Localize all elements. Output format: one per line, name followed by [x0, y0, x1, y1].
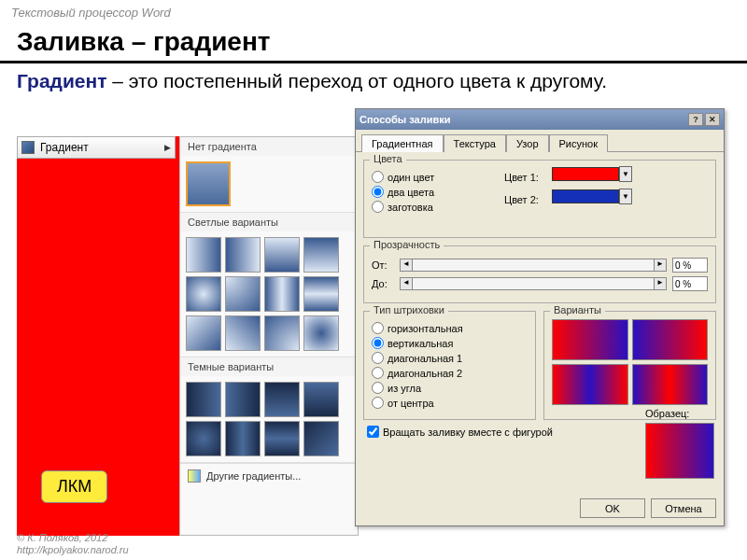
gradient-tile[interactable]	[186, 315, 221, 351]
gradient-tile[interactable]	[264, 315, 300, 351]
variant-tile[interactable]	[632, 364, 709, 405]
sample-label: Образец:	[645, 408, 714, 419]
from-label: От:	[372, 259, 394, 271]
radio-vertical[interactable]: вертикальная	[372, 337, 528, 349]
gallery-section-dark: Темные варианты	[180, 357, 358, 376]
to-slider[interactable]: ◄►	[400, 277, 667, 290]
gradient-icon	[188, 469, 201, 483]
cancel-button[interactable]: Отмена	[651, 498, 716, 518]
sample-preview	[645, 423, 714, 479]
radio-corner[interactable]: из угла	[372, 382, 528, 394]
chevron-down-icon: ▼	[619, 166, 632, 182]
color1-label: Цвет 1:	[504, 172, 549, 183]
gradient-tile[interactable]	[303, 315, 339, 351]
from-value[interactable]: 0 %	[672, 258, 708, 273]
colors-group-label: Цвета	[370, 153, 406, 164]
radio-diag1[interactable]: диагональная 1	[372, 352, 528, 364]
gradient-tile[interactable]	[303, 237, 339, 273]
gradient-menu-label: Градиент	[40, 141, 89, 154]
transparency-group: Прозрачность От: ◄► 0 % До: ◄► 0 %	[363, 245, 716, 303]
radio-horizontal[interactable]: горизонтальная	[372, 322, 528, 334]
gallery-section-light: Светлые варианты	[180, 213, 358, 231]
chevron-right-icon: ▶	[164, 143, 171, 152]
to-label: До:	[372, 278, 394, 289]
hatch-group: Тип штриховки горизонтальная вертикальна…	[363, 311, 536, 420]
help-icon[interactable]: ?	[688, 113, 703, 126]
gallery-section-no-gradient: Нет градиента	[180, 137, 358, 156]
gradient-tile[interactable]	[264, 276, 300, 312]
transparency-group-label: Прозрачность	[370, 239, 444, 250]
tab-texture[interactable]: Текстура	[444, 134, 506, 152]
gradient-tile[interactable]	[303, 276, 339, 312]
to-value[interactable]: 0 %	[672, 276, 708, 291]
chevron-down-icon: ▼	[619, 189, 632, 204]
color2-select[interactable]: ▼	[552, 189, 632, 204]
gradient-menu-item[interactable]: Градиент ▶	[17, 136, 176, 159]
gradient-tile[interactable]	[225, 382, 261, 417]
gradient-tile[interactable]	[186, 382, 221, 417]
hatch-group-label: Тип штриховки	[370, 304, 448, 315]
gradient-icon	[21, 141, 35, 154]
page-title: Заливка – градиент	[0, 25, 747, 63]
gradient-gallery: Нет градиента Светлые варианты Темные ва…	[179, 136, 359, 536]
radio-center[interactable]: от центра	[372, 397, 528, 409]
gradient-tile[interactable]	[264, 421, 300, 456]
variants-group: Варианты	[543, 311, 716, 420]
gradient-tile[interactable]	[186, 421, 221, 456]
copyright: © К. Поляков, 2012 http://kpolyakov.naro…	[17, 532, 129, 556]
color2-label: Цвет 2:	[504, 194, 549, 205]
dialog-title: Способы заливки	[359, 114, 450, 125]
sample-block: Образец:	[645, 408, 714, 479]
colors-group: Цвета один цвет два цвета заготовка Цвет…	[363, 160, 716, 238]
gradient-tile[interactable]	[225, 276, 261, 312]
tab-picture[interactable]: Рисунок	[549, 134, 609, 152]
gradient-tile[interactable]	[225, 421, 261, 456]
radio-diag2[interactable]: диагональная 2	[372, 367, 528, 379]
variant-tile[interactable]	[552, 319, 628, 360]
tile-no-gradient[interactable]	[186, 161, 231, 206]
gradient-tile[interactable]	[186, 276, 221, 312]
tab-pattern[interactable]: Узор	[506, 134, 549, 152]
gradient-tile[interactable]	[303, 382, 339, 417]
gradient-tile[interactable]	[264, 237, 300, 273]
fill-effects-dialog: Способы заливки ? ✕ Градиентная Текстура…	[355, 108, 725, 526]
variant-tile[interactable]	[552, 364, 628, 405]
ok-button[interactable]: OK	[580, 498, 645, 518]
from-slider[interactable]: ◄►	[400, 259, 667, 272]
tabs: Градиентная Текстура Узор Рисунок	[356, 130, 724, 152]
variants-group-label: Варианты	[550, 304, 605, 315]
tab-gradient[interactable]: Градиентная	[361, 134, 444, 152]
page-header: Текстовый процессор Word	[0, 0, 747, 25]
more-gradients-item[interactable]: Другие градиенты...	[180, 463, 358, 488]
gradient-tile[interactable]	[186, 237, 221, 273]
gradient-tile[interactable]	[225, 315, 261, 351]
gradient-tile[interactable]	[225, 237, 261, 273]
dialog-titlebar: Способы заливки ? ✕	[356, 109, 724, 130]
lmb-badge: ЛКМ	[41, 470, 107, 503]
close-icon[interactable]: ✕	[705, 113, 720, 126]
variant-tile[interactable]	[632, 319, 709, 360]
definition-text: Градиент – это постепенный переход от од…	[0, 63, 747, 95]
term: Градиент	[17, 70, 107, 91]
gradient-tile[interactable]	[303, 421, 339, 456]
gradient-tile[interactable]	[264, 382, 300, 417]
color1-select[interactable]: ▼	[552, 166, 632, 182]
